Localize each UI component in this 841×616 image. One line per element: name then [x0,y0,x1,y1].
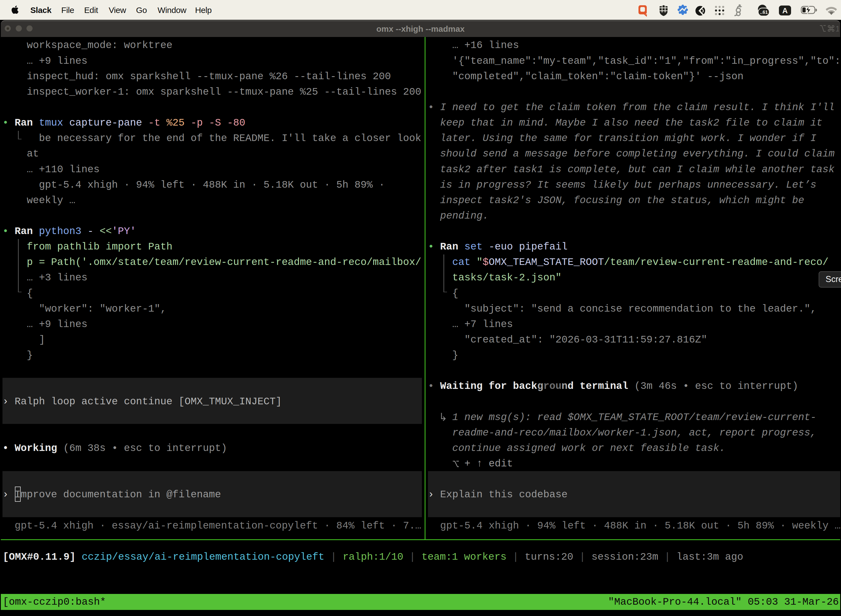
svg-text:..61: ..61 [760,10,768,15]
svg-text:1: 1 [835,24,839,32]
svg-text:A: A [782,7,788,15]
